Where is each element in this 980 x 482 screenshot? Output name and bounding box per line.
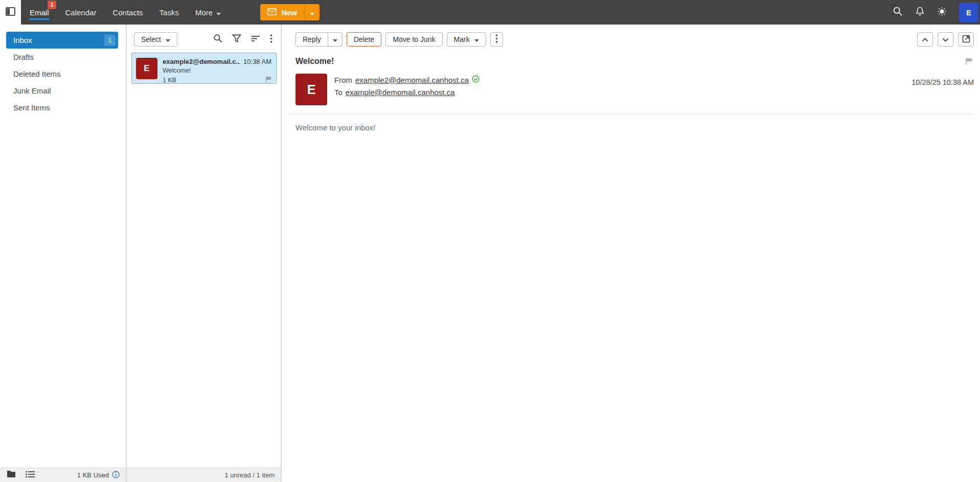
- list-status: 1 unread / 1 item: [224, 471, 275, 479]
- new-button-label: New: [281, 8, 297, 17]
- flag-icon[interactable]: [965, 58, 972, 67]
- nav-contacts[interactable]: Contacts: [112, 5, 143, 20]
- search-icon: [893, 6, 903, 18]
- nav-email-label: Email: [30, 8, 49, 17]
- envelope-icon: [267, 8, 277, 17]
- nav-tasks-label: Tasks: [159, 8, 179, 17]
- notifications-button[interactable]: [915, 6, 925, 18]
- sidebar-item-sent-items[interactable]: Sent Items: [0, 99, 126, 116]
- delete-button[interactable]: Delete: [347, 32, 381, 47]
- kebab-icon: [495, 34, 498, 44]
- sort-icon: [251, 35, 260, 43]
- folder-label: Junk Email: [13, 86, 51, 95]
- flag-icon[interactable]: [265, 76, 271, 85]
- compact-list-icon: [26, 471, 35, 480]
- kebab-icon: [270, 36, 272, 44]
- sidebar-footer: 1 KB Used: [0, 468, 126, 482]
- search-icon: [213, 36, 222, 44]
- nav-tasks[interactable]: Tasks: [159, 5, 179, 20]
- reply-split-button: Reply: [295, 32, 343, 47]
- message-subject: Welcome!: [163, 67, 271, 74]
- new-dropdown-button[interactable]: [304, 4, 320, 20]
- select-button-label: Select: [141, 35, 161, 43]
- nav-email[interactable]: Email 1: [29, 5, 50, 20]
- to-line: To example@demomail.canhost.ca: [334, 88, 480, 97]
- next-message-button[interactable]: [938, 32, 953, 47]
- filter-button[interactable]: [232, 34, 241, 45]
- select-button[interactable]: Select: [134, 32, 177, 47]
- sender-avatar-initial: E: [144, 63, 149, 74]
- sender-avatar-initial: E: [307, 82, 316, 97]
- sidebar-item-deleted-items[interactable]: Deleted Items: [0, 65, 126, 82]
- message-body: Welcome to your inbox!: [282, 114, 980, 132]
- delete-button-label: Delete: [354, 35, 374, 43]
- inbox-count-badge: 1: [104, 35, 116, 46]
- message-item-text: example2@demomail.c... 10:38 AM Welcome!…: [163, 58, 271, 79]
- topbar-main: Email 1 Calendar Contacts Tasks More New: [21, 0, 980, 25]
- manage-folders-button[interactable]: [7, 470, 16, 480]
- reply-button-label: Reply: [303, 35, 321, 43]
- list-toolbar-icons: [213, 34, 272, 45]
- reading-toolbar-right: [917, 32, 974, 47]
- profile-avatar[interactable]: E: [959, 3, 978, 22]
- mark-button[interactable]: Mark: [447, 32, 486, 47]
- message-list-item[interactable]: E example2@demomail.c... 10:38 AM Welcom…: [131, 53, 277, 84]
- message-header: Welcome! E From example2@demomail.canhos…: [289, 47, 974, 114]
- sidebar-item-junk-email[interactable]: Junk Email: [0, 82, 126, 99]
- reading-pane: Reply Delete Move to Junk Mark: [282, 25, 980, 482]
- message-list-toolbar: Select: [127, 25, 281, 53]
- new-split-button: New: [260, 4, 320, 20]
- message-time: 10:38 AM: [243, 58, 271, 65]
- folder-label: Sent Items: [13, 103, 50, 112]
- list-options-button[interactable]: [270, 34, 272, 45]
- email-unread-badge: 1: [48, 1, 56, 9]
- chevron-down-icon: [333, 35, 337, 44]
- compact-list-button[interactable]: [26, 471, 35, 480]
- message-header-row: E From example2@demomail.canhost.ca To e…: [295, 74, 974, 105]
- message-list-pane: Select E example2@demomail.c... 10:: [127, 25, 282, 482]
- topbar: Email 1 Calendar Contacts Tasks More New: [0, 0, 980, 25]
- sidebar-toggle-button[interactable]: [0, 0, 21, 25]
- message-addresses: From example2@demomail.canhost.ca To exa…: [334, 74, 480, 105]
- sidebar-item-drafts[interactable]: Drafts: [0, 49, 126, 65]
- folder-label: Drafts: [13, 53, 34, 61]
- search-list-button[interactable]: [213, 34, 222, 45]
- nav-calendar[interactable]: Calendar: [65, 5, 97, 20]
- message-options-button[interactable]: [490, 32, 503, 47]
- sidebar-item-inbox[interactable]: Inbox 1: [6, 32, 118, 49]
- theme-icon: [937, 7, 947, 18]
- chevron-up-icon: [922, 36, 928, 43]
- reply-button[interactable]: Reply: [296, 33, 328, 46]
- nav-more[interactable]: More: [195, 5, 221, 20]
- nav-calendar-label: Calendar: [65, 8, 97, 17]
- verified-icon: [472, 75, 480, 84]
- move-to-junk-button[interactable]: Move to Junk: [385, 32, 442, 47]
- reply-dropdown-button[interactable]: [328, 33, 342, 46]
- theme-toggle-button[interactable]: [937, 7, 947, 18]
- chevron-down-icon: [310, 8, 314, 17]
- quota-indicator: 1 KB Used: [77, 471, 120, 480]
- open-in-new-window-button[interactable]: [958, 32, 974, 47]
- chevron-down-icon: [474, 35, 479, 43]
- from-label: From: [334, 76, 352, 84]
- search-button[interactable]: [893, 6, 903, 18]
- sender-avatar: E: [295, 74, 327, 105]
- message-date: 10/28/25 10:38 AM: [911, 74, 974, 105]
- folder-list: Inbox 1 Drafts Deleted Items Junk Email …: [0, 25, 126, 116]
- folder-label: Inbox: [13, 36, 104, 44]
- previous-message-button[interactable]: [917, 32, 933, 47]
- folder-sidebar: Inbox 1 Drafts Deleted Items Junk Email …: [0, 25, 127, 482]
- to-address-link[interactable]: example@demomail.canhost.ca: [346, 88, 455, 97]
- sort-button[interactable]: [251, 35, 260, 44]
- nav-contacts-label: Contacts: [112, 8, 143, 17]
- move-to-junk-label: Move to Junk: [393, 35, 435, 43]
- info-icon[interactable]: [112, 471, 120, 480]
- filter-icon: [232, 36, 241, 44]
- reading-toolbar: Reply Delete Move to Junk Mark: [282, 25, 980, 47]
- message-sender: example2@demomail.c...: [163, 58, 240, 65]
- message-size: 1 KB: [163, 77, 265, 84]
- new-button[interactable]: New: [260, 4, 304, 20]
- quota-label: 1 KB Used: [77, 471, 109, 479]
- from-line: From example2@demomail.canhost.ca: [334, 75, 480, 84]
- from-address-link[interactable]: example2@demomail.canhost.ca: [355, 76, 469, 84]
